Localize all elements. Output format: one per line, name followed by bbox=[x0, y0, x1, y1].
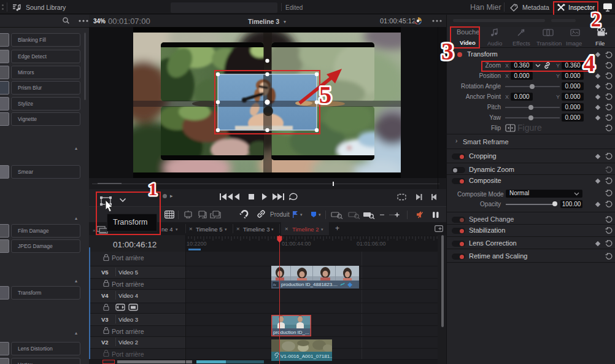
svg-text:V1-0016_A001_07181...: V1-0016_A001_07181... bbox=[280, 354, 332, 359]
svg-text:production ID_4881823....: production ID_4881823.... bbox=[281, 282, 338, 287]
svg-text:1: 1 bbox=[149, 179, 158, 199]
svg-text:4: 4 bbox=[584, 51, 595, 75]
svg-text:2: 2 bbox=[591, 9, 601, 31]
svg-text:5: 5 bbox=[319, 80, 332, 107]
svg-text:3: 3 bbox=[441, 37, 454, 63]
